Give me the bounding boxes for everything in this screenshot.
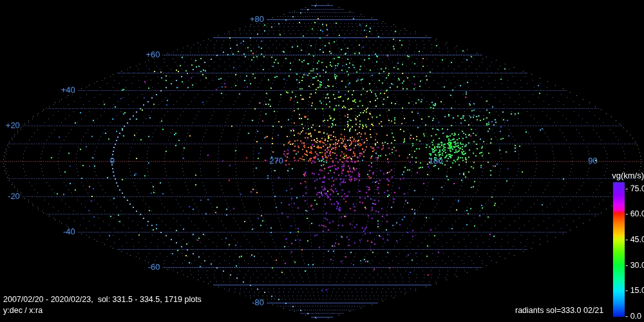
dec-axis-label-+60: +60 <box>122 50 160 59</box>
radiant-map-window: +80+60+40+20-20-40-60-80027018090 vg(km/… <box>0 0 644 322</box>
colorbar-tick-30.0: - 30.0 <box>625 261 644 270</box>
colorbar-tick-45.0: - 45.0 <box>625 235 644 245</box>
colorbar-tick-60.0: - 60.0 <box>625 209 644 219</box>
colorbar-tick-label: 15.0 <box>630 286 644 295</box>
colorbar-tick-label: 60.0 <box>630 209 644 218</box>
colorbar-tick-dash: - <box>625 286 630 295</box>
sky-map-canvas[interactable] <box>0 0 644 322</box>
dec-axis-label--80: -80 <box>225 298 264 307</box>
ra-axis-label-90: 90 <box>588 156 597 166</box>
colorbar-tick-label: 30.0 <box>630 261 644 270</box>
colorbar-tick-dash: - <box>625 209 630 218</box>
dec-axis-label--60: -60 <box>122 262 160 272</box>
footer-axis-legend: y:dec / x:ra <box>3 306 43 316</box>
colorbar-title: vg(km/s) <box>612 171 644 180</box>
colorbar-tick-dash: - <box>625 261 630 270</box>
dec-axis-label-+20: +20 <box>0 120 20 130</box>
colorbar-tick-0.0: - 0.0 <box>625 312 641 321</box>
dec-axis-label--20: -20 <box>0 191 20 201</box>
colorbar-tick-label: 75.0 <box>630 184 644 193</box>
colorbar-tick-label: 0.0 <box>630 312 641 321</box>
colorbar-tick-label: 45.0 <box>630 235 644 244</box>
colorbar-tick-15.0: - 15.0 <box>625 286 644 296</box>
dec-axis-label--40: -40 <box>37 227 75 236</box>
colorbar-tick-75.0: - 75.0 <box>625 184 644 194</box>
colorbar-tick-dash: - <box>625 184 630 193</box>
colorbar-tick-dash: - <box>625 312 630 321</box>
colorbar-gradient <box>613 182 625 317</box>
footer-date-range: 2007/02/20 - 2020/02/23, sol: 331.5 - 33… <box>3 295 202 305</box>
dec-axis-label-+40: +40 <box>37 85 75 95</box>
colorbar-tick-dash: - <box>625 235 630 244</box>
footer-radiants-note: radiants sol=333.0 02/21 <box>515 306 603 316</box>
ra-axis-label-270: 270 <box>269 156 283 166</box>
ra-axis-label-0: 0 <box>110 156 115 166</box>
dec-axis-label-+80: +80 <box>225 14 264 24</box>
ra-axis-label-180: 180 <box>429 156 443 166</box>
